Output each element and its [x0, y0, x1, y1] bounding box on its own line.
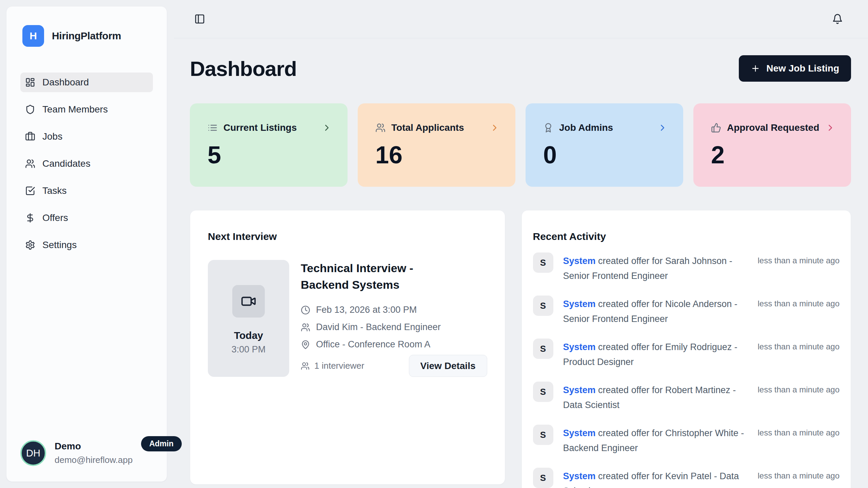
new-job-listing-button[interactable]: New Job Listing	[739, 55, 851, 82]
settings-icon	[25, 240, 35, 250]
next-interview-card: Next Interview Today 3:00 PM Technical I…	[190, 210, 505, 485]
activity-avatar: S	[533, 296, 553, 316]
hiring-platform-dashboard: { "app": { "name": "HiringPlatform", "lo…	[0, 0, 868, 488]
admin-badge: Admin	[141, 436, 182, 451]
activity-actor-link[interactable]: System	[563, 342, 596, 352]
sidebar-item-settings[interactable]: Settings	[20, 235, 153, 255]
activity-timestamp: less than a minute ago	[758, 296, 840, 308]
activity-avatar: S	[533, 339, 553, 359]
users-icon	[301, 362, 310, 370]
stat-label: Job Admins	[559, 122, 613, 133]
chevron-right-icon	[825, 123, 835, 133]
new-job-listing-label: New Job Listing	[766, 63, 839, 74]
interview-job-title: Technical Interview - Backend Systems	[301, 260, 463, 293]
sidebar-item-label: Tasks	[42, 185, 67, 196]
sidebar-item-dashboard[interactable]: Dashboard	[20, 73, 153, 92]
chevron-right-icon	[657, 123, 668, 133]
list-icon	[208, 123, 218, 133]
stat-value: 16	[375, 143, 500, 167]
users-icon	[375, 123, 386, 133]
activity-actor-link[interactable]: System	[563, 299, 596, 309]
dollar-sign-icon	[25, 213, 35, 223]
app-logo: H HiringPlatform	[6, 6, 167, 47]
sidebar-item-tasks[interactable]: Tasks	[20, 181, 153, 201]
map-pin-icon	[301, 340, 310, 349]
stat-card-total-applicants[interactable]: Total Applicants 16	[358, 103, 515, 187]
activity-actor-link[interactable]: System	[563, 428, 596, 438]
stat-card-current-listings[interactable]: Current Listings 5	[190, 103, 348, 187]
user-name: Demo	[55, 441, 133, 452]
activity-timestamp: less than a minute ago	[758, 382, 840, 394]
sidebar-item-label: Jobs	[42, 131, 62, 142]
page-title: Dashboard	[190, 57, 297, 81]
app-title: HiringPlatform	[52, 30, 121, 42]
recent-activity-card: Recent Activity S System created offer f…	[521, 210, 851, 488]
activity-actor-link[interactable]: System	[563, 256, 596, 266]
layout-dashboard-icon	[25, 77, 35, 87]
activity-avatar: S	[533, 382, 553, 402]
sidebar-item-jobs[interactable]: Jobs	[20, 127, 153, 146]
chevron-right-icon	[490, 123, 500, 133]
sidebar-item-label: Settings	[42, 240, 77, 250]
activity-item: S System created offer for Robert Martin…	[533, 382, 840, 412]
sidebar-item-label: Offers	[42, 212, 68, 223]
interview-detail-row: David Kim - Backend Engineer	[301, 322, 487, 332]
sidebar: H HiringPlatform Dashboard Team Members …	[6, 6, 167, 482]
bell-icon[interactable]	[832, 14, 843, 24]
activity-item: S System created offer for Kevin Patel -…	[533, 468, 840, 488]
stat-value: 5	[208, 143, 332, 167]
sidebar-item-label: Candidates	[42, 158, 91, 169]
recent-activity-title: Recent Activity	[533, 231, 840, 242]
activity-item: S System created offer for Nicole Anders…	[533, 296, 840, 326]
activity-timestamp: less than a minute ago	[758, 468, 840, 481]
user-profile[interactable]: DH Demo demo@hireflow.app Admin	[20, 440, 153, 466]
interview-time: 3:00 PM	[232, 344, 266, 355]
video-icon	[241, 293, 256, 309]
sidebar-item-label: Dashboard	[42, 77, 89, 88]
view-details-button[interactable]: View Details	[409, 355, 487, 377]
thumbs-up-icon	[711, 123, 721, 133]
stat-label: Total Applicants	[391, 122, 464, 133]
activity-avatar: S	[533, 468, 553, 488]
stat-cards: Current Listings 5 Total Applicants 16 J…	[190, 103, 851, 187]
activity-avatar: S	[533, 252, 553, 273]
activity-timestamp: less than a minute ago	[758, 339, 840, 351]
briefcase-icon	[25, 131, 35, 142]
sidebar-nav: Dashboard Team Members Jobs Candidates T…	[6, 73, 167, 255]
interview-detail-row: Office - Conference Room A	[301, 339, 487, 350]
sidebar-item-team-members[interactable]: Team Members	[20, 100, 153, 119]
page-header: Dashboard New Job Listing	[190, 55, 851, 82]
users-icon	[301, 323, 310, 332]
award-icon	[543, 123, 553, 133]
interviewer-count: 1 interviewer	[301, 361, 364, 371]
activity-actor-link[interactable]: System	[563, 471, 596, 481]
sidebar-item-candidates[interactable]: Candidates	[20, 154, 153, 174]
activity-list: S System created offer for Sarah Johnson…	[533, 252, 840, 488]
topbar	[174, 0, 868, 38]
activity-timestamp: less than a minute ago	[758, 425, 840, 438]
activity-actor-link[interactable]: System	[563, 385, 596, 395]
sidebar-item-offers[interactable]: Offers	[20, 208, 153, 228]
interview-detail-rows: Feb 13, 2026 at 3:00 PM David Kim - Back…	[301, 305, 487, 350]
panel-left-icon[interactable]	[194, 14, 205, 24]
users-icon	[25, 159, 35, 169]
next-interview-title: Next Interview	[208, 231, 487, 242]
app-logo-mark: H	[22, 25, 44, 47]
interview-date-tile: Today 3:00 PM	[208, 260, 289, 377]
stat-label: Approval Requested	[727, 122, 819, 133]
activity-item: S System created offer for Christopher W…	[533, 425, 840, 455]
activity-avatar: S	[533, 425, 553, 445]
dashboard-panels: Next Interview Today 3:00 PM Technical I…	[190, 210, 851, 488]
activity-item: S System created offer for Sarah Johnson…	[533, 252, 840, 283]
stat-value: 2	[711, 143, 835, 167]
interview-detail-row: Feb 13, 2026 at 3:00 PM	[301, 305, 487, 315]
interview-day: Today	[234, 330, 263, 341]
stat-card-approval-requested[interactable]: Approval Requested 2	[693, 103, 851, 187]
shield-icon	[25, 104, 35, 115]
main-content: Dashboard New Job Listing Current Listin…	[174, 38, 868, 488]
stat-card-job-admins[interactable]: Job Admins 0	[526, 103, 683, 187]
stat-value: 0	[543, 143, 668, 167]
clock-icon	[301, 305, 310, 315]
stat-label: Current Listings	[223, 122, 297, 133]
avatar: DH	[20, 440, 46, 466]
